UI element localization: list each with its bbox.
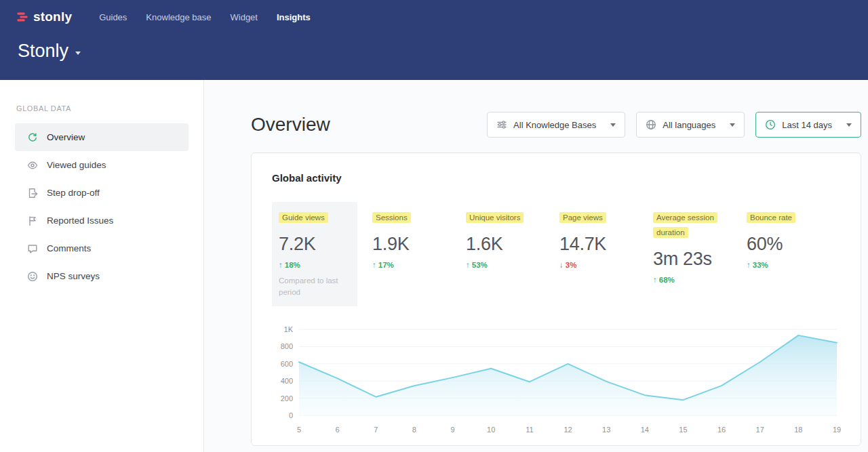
sidebar-item-step-drop-off[interactable]: Step drop-off: [15, 179, 189, 207]
svg-text:1K: 1K: [284, 325, 294, 333]
sidebar-item-label: Reported Issues: [47, 215, 113, 226]
workspace-selector[interactable]: Stonly: [16, 41, 852, 62]
dropdown-value: Last 14 days: [782, 120, 832, 130]
step-dropoff-icon: [27, 188, 38, 199]
page-body: GLOBAL DATA Overview Viewed guides Step …: [0, 80, 868, 452]
languages-dropdown[interactable]: All languages: [636, 112, 745, 138]
sidebar-item-nps-surveys[interactable]: NPS surveys: [15, 262, 189, 290]
svg-text:6: 6: [336, 426, 340, 434]
comment-icon: [27, 243, 38, 254]
svg-text:400: 400: [281, 377, 293, 385]
filter-bar: All Knowledge Bases All languages: [487, 112, 861, 138]
chevron-down-icon: [610, 123, 616, 127]
chevron-down-icon: [846, 123, 852, 127]
metric-unique-visitors[interactable]: Unique visitors 1.6K ↑53%: [466, 202, 559, 306]
sliders-icon: [496, 119, 507, 130]
nav-item-knowledge-base[interactable]: Knowledge base: [146, 12, 211, 22]
activity-chart: 1K80060040020005678910111213141516171819: [272, 321, 842, 440]
metric-value: 14.7K: [559, 234, 645, 255]
sidebar-item-viewed-guides[interactable]: Viewed guides: [15, 151, 189, 179]
svg-text:8: 8: [412, 426, 416, 434]
arrow-down-icon: ↓: [559, 261, 564, 269]
workspace-title: Stonly: [18, 41, 68, 62]
metric-label: Guide views: [279, 212, 328, 223]
eye-icon: [27, 160, 38, 171]
metric-note: Compared to last period: [279, 275, 347, 297]
metric-change: ↑18%: [279, 261, 349, 269]
stonly-logo-icon: [16, 11, 28, 23]
svg-text:15: 15: [679, 426, 687, 434]
metric-label: Average session duration: [653, 212, 717, 238]
svg-text:12: 12: [564, 426, 572, 434]
sidebar: GLOBAL DATA Overview Viewed guides Step …: [0, 80, 204, 452]
nav-item-widget[interactable]: Widget: [231, 12, 258, 22]
chart-area: 1K80060040020005678910111213141516171819: [272, 321, 840, 443]
svg-text:0: 0: [289, 411, 293, 419]
smiley-icon: [27, 271, 38, 282]
svg-text:14: 14: [641, 426, 649, 434]
metric-label: Bounce rate: [747, 212, 795, 223]
svg-text:18: 18: [794, 426, 802, 434]
sidebar-item-comments[interactable]: Comments: [15, 234, 189, 262]
metric-change-value: 17%: [378, 261, 394, 269]
metric-average-session-duration[interactable]: Average session duration 3m 23s ↑68%: [653, 202, 747, 306]
svg-text:19: 19: [833, 426, 841, 434]
metric-value: 60%: [747, 234, 832, 255]
global-activity-card: Global activity Guide views 7.2K ↑18% Co…: [251, 152, 861, 446]
overview-icon: [27, 132, 38, 143]
svg-text:5: 5: [297, 426, 301, 434]
metric-change-value: 3%: [566, 261, 577, 269]
metric-label: Sessions: [372, 212, 411, 223]
metric-value: 1.6K: [466, 234, 551, 255]
metric-label: Unique visitors: [466, 212, 524, 223]
metric-change-value: 53%: [472, 261, 488, 269]
knowledge-bases-dropdown[interactable]: All Knowledge Bases: [487, 112, 625, 138]
svg-text:13: 13: [602, 426, 610, 434]
svg-text:200: 200: [281, 394, 293, 403]
arrow-up-icon: ↑: [653, 276, 657, 284]
svg-text:17: 17: [756, 426, 764, 434]
dropdown-value: All languages: [663, 120, 715, 130]
dropdown-value: All Knowledge Bases: [513, 120, 596, 130]
globe-icon: [646, 119, 656, 130]
metric-page-views[interactable]: Page views 14.7K ↓3%: [559, 202, 653, 306]
metric-change-value: 68%: [659, 276, 675, 284]
metric-change: ↑17%: [372, 261, 458, 269]
metric-change: ↑68%: [653, 276, 738, 284]
metric-change: ↓3%: [559, 261, 645, 269]
sidebar-item-label: NPS surveys: [47, 271, 100, 281]
logo-text: stonly: [33, 9, 72, 24]
page-title: Overview: [251, 114, 330, 136]
svg-text:16: 16: [717, 426, 726, 434]
metric-change: ↑53%: [466, 261, 551, 269]
sidebar-item-label: Comments: [47, 243, 91, 253]
nav-item-insights[interactable]: Insights: [277, 12, 311, 22]
nav-item-guides[interactable]: Guides: [99, 12, 127, 22]
metric-bounce-rate[interactable]: Bounce rate 60% ↑33%: [747, 202, 840, 306]
svg-text:800: 800: [281, 343, 293, 351]
sidebar-section-label: GLOBAL DATA: [16, 104, 203, 112]
main-content: Overview All Knowledge Bases: [204, 80, 868, 452]
flag-icon: [27, 215, 38, 226]
metric-value: 3m 23s: [653, 249, 738, 270]
sidebar-item-reported-issues[interactable]: Reported Issues: [15, 207, 189, 234]
metric-change-value: 18%: [285, 261, 300, 269]
metric-sessions[interactable]: Sessions 1.9K ↑17%: [372, 202, 466, 306]
metric-value: 7.2K: [279, 234, 349, 255]
stonly-logo[interactable]: stonly: [16, 9, 72, 24]
top-header: stonly Guides Knowledge base Widget Insi…: [0, 0, 868, 80]
arrow-up-icon: ↑: [279, 261, 283, 269]
sidebar-item-label: Viewed guides: [47, 160, 106, 170]
metric-change-value: 33%: [753, 261, 768, 269]
card-title: Global activity: [272, 172, 840, 184]
main-header: Overview All Knowledge Bases: [251, 112, 861, 138]
metric-value: 1.9K: [372, 234, 458, 255]
svg-text:11: 11: [526, 426, 533, 434]
metric-guide-views[interactable]: Guide views 7.2K ↑18% Compared to last p…: [272, 202, 357, 306]
date-range-dropdown[interactable]: Last 14 days: [755, 112, 861, 138]
metric-change: ↑33%: [747, 261, 832, 269]
clock-icon: [765, 119, 776, 130]
sidebar-item-label: Step drop-off: [47, 188, 100, 198]
chevron-down-icon: [75, 52, 81, 55]
sidebar-item-overview[interactable]: Overview: [15, 123, 189, 151]
